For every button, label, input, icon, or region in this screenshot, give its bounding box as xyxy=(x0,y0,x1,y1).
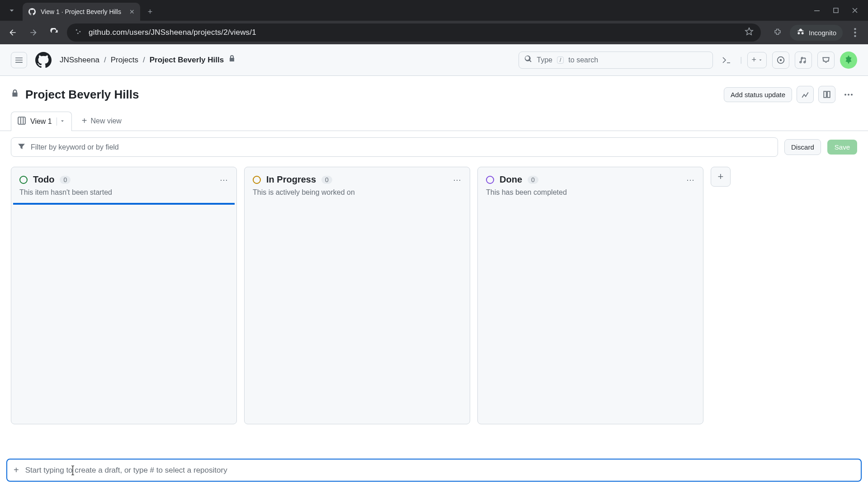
svg-point-13 xyxy=(848,94,849,95)
project-details-icon[interactable] xyxy=(818,86,835,103)
column-more-icon[interactable]: ⋯ xyxy=(220,175,228,185)
new-view-button[interactable]: + New view xyxy=(78,111,125,131)
back-button[interactable] xyxy=(5,24,21,41)
breadcrumb-user[interactable]: JNSsheena xyxy=(60,56,99,65)
svg-rect-0 xyxy=(814,10,820,11)
breadcrumb: JNSsheena / Projects / Project Beverly H… xyxy=(60,55,236,65)
column-description: This is actively being worked on xyxy=(245,188,470,203)
maximize-icon[interactable] xyxy=(833,8,839,14)
svg-rect-11 xyxy=(827,91,830,98)
filter-row: Filter by keyword or by field Discard Sa… xyxy=(0,131,868,163)
status-dot-icon xyxy=(253,176,261,184)
incognito-label: Incognito xyxy=(809,29,836,37)
github-logo-icon[interactable] xyxy=(35,52,52,68)
column-description: This item hasn't been started xyxy=(11,188,236,203)
column-body[interactable] xyxy=(478,203,703,424)
column-more-icon[interactable]: ⋯ xyxy=(686,175,695,185)
svg-point-7 xyxy=(854,35,856,37)
chevron-down-icon[interactable] xyxy=(57,117,65,126)
more-options-icon[interactable] xyxy=(840,86,857,103)
discard-button[interactable]: Discard xyxy=(784,139,821,155)
svg-point-2 xyxy=(76,29,77,31)
svg-rect-10 xyxy=(824,91,826,98)
new-view-label: New view xyxy=(90,117,121,125)
hamburger-menu[interactable] xyxy=(11,52,27,68)
incognito-icon xyxy=(796,28,805,38)
view-tabs: View 1 + New view xyxy=(0,103,868,131)
address-bar: github.com/users/JNSsheena/projects/2/vi… xyxy=(0,21,868,44)
column-in-progress: In Progress 0 ⋯ This is actively being w… xyxy=(244,167,470,424)
plus-icon: + xyxy=(14,465,19,475)
close-icon[interactable]: ✕ xyxy=(129,8,135,15)
site-settings-icon[interactable] xyxy=(74,28,82,38)
column-more-icon[interactable]: ⋯ xyxy=(453,175,462,185)
board-icon xyxy=(18,117,26,127)
add-item-placeholder: Start typing to create a draft, or type … xyxy=(25,466,227,475)
tab-favicon-icon xyxy=(28,8,36,16)
search-input[interactable]: Type / to search xyxy=(519,52,713,69)
svg-rect-1 xyxy=(834,8,838,13)
project-header: Project Beverly Hills Add status update xyxy=(0,76,868,103)
add-status-button[interactable]: Add status update xyxy=(724,87,792,102)
command-palette-icon[interactable] xyxy=(718,52,735,68)
plus-icon: + xyxy=(82,116,87,126)
avatar[interactable] xyxy=(840,52,857,69)
column-done: Done 0 ⋯ This has been completed xyxy=(477,167,703,424)
inbox-icon[interactable] xyxy=(817,52,835,69)
search-placeholder-prefix: Type xyxy=(537,56,552,64)
column-title: Done xyxy=(500,174,522,185)
incognito-indicator[interactable]: Incognito xyxy=(790,25,843,41)
search-icon xyxy=(524,55,532,65)
create-new-dropdown[interactable]: + xyxy=(747,52,767,68)
url-text: github.com/users/JNSsheena/projects/2/vi… xyxy=(89,28,256,37)
svg-point-9 xyxy=(780,59,782,61)
browser-menu-icon[interactable] xyxy=(846,24,863,41)
column-body[interactable] xyxy=(245,203,470,424)
browser-chrome: View 1 · Project Beverly Hills ✕ + githu… xyxy=(0,0,868,44)
minimize-icon[interactable] xyxy=(814,7,821,14)
url-field[interactable]: github.com/users/JNSsheena/projects/2/vi… xyxy=(67,23,761,42)
pull-requests-icon[interactable] xyxy=(795,52,812,69)
close-window-icon[interactable] xyxy=(852,7,858,14)
insights-icon[interactable] xyxy=(797,86,814,103)
bookmark-icon[interactable] xyxy=(745,27,754,38)
column-count: 0 xyxy=(60,176,71,184)
window-controls xyxy=(814,7,864,14)
column-title: In Progress xyxy=(266,174,316,185)
forward-button[interactable] xyxy=(25,24,42,41)
filter-placeholder: Filter by keyword or by field xyxy=(31,143,119,151)
column-body[interactable] xyxy=(13,203,235,424)
svg-point-14 xyxy=(851,94,853,95)
save-button[interactable]: Save xyxy=(827,140,857,155)
status-dot-icon xyxy=(486,176,494,184)
column-description: This has been completed xyxy=(478,188,703,203)
tab-bar: View 1 · Project Beverly Hills ✕ + xyxy=(0,0,868,21)
breadcrumb-projects[interactable]: Projects xyxy=(111,56,138,65)
svg-point-3 xyxy=(79,31,80,33)
issues-icon[interactable] xyxy=(772,52,789,69)
tab-title: View 1 · Project Beverly Hills xyxy=(41,8,121,15)
filter-input[interactable]: Filter by keyword or by field xyxy=(11,137,778,157)
svg-point-5 xyxy=(854,28,856,30)
lock-icon xyxy=(11,89,19,99)
new-tab-button[interactable]: + xyxy=(143,5,157,19)
view-tab-label: View 1 xyxy=(30,117,52,126)
browser-tab[interactable]: View 1 · Project Beverly Hills ✕ xyxy=(23,3,140,21)
search-placeholder-suffix: to search xyxy=(568,56,598,64)
svg-point-12 xyxy=(844,94,846,95)
filter-icon xyxy=(18,142,25,152)
lock-icon xyxy=(228,55,236,65)
text-cursor-icon xyxy=(71,465,75,478)
reload-button[interactable] xyxy=(46,24,62,41)
extensions-icon[interactable] xyxy=(769,24,786,41)
svg-point-6 xyxy=(854,32,856,33)
add-item-input[interactable]: + Start typing to create a draft, or typ… xyxy=(6,459,862,482)
page-title: Project Beverly Hills xyxy=(25,88,139,102)
add-column-button[interactable]: + xyxy=(711,167,731,187)
breadcrumb-current[interactable]: Project Beverly Hills xyxy=(150,56,224,65)
view-tab-active[interactable]: View 1 xyxy=(11,112,72,131)
column-title: Todo xyxy=(33,174,54,185)
search-kbd: / xyxy=(557,56,564,64)
column-count: 0 xyxy=(528,176,538,184)
tab-search-dropdown[interactable] xyxy=(4,2,20,19)
